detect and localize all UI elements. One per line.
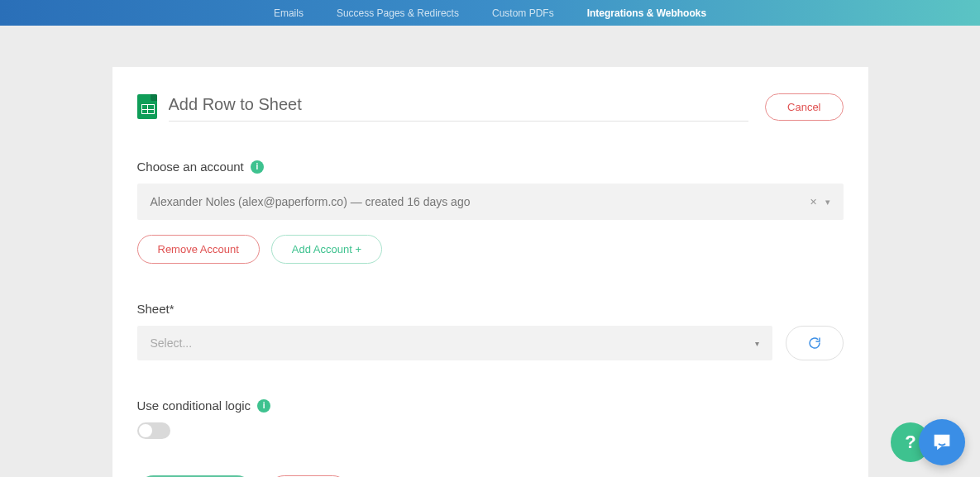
integration-title-input[interactable]: [169, 92, 749, 122]
refresh-sheet-button[interactable]: [786, 326, 844, 360]
sheet-section-label: Sheet*: [137, 302, 844, 316]
sheet-placeholder: Select...: [151, 336, 193, 350]
card-header: Cancel: [137, 92, 844, 122]
nav-tab-custom-pdfs[interactable]: Custom PDFs: [492, 7, 554, 19]
floating-action-buttons: ?: [891, 419, 965, 465]
info-icon[interactable]: i: [251, 160, 264, 174]
sheet-label-text: Sheet*: [137, 302, 174, 316]
dropdown-caret-icon[interactable]: ▾: [825, 197, 830, 207]
sheet-row: Select... ▾: [137, 326, 844, 360]
logic-section-label: Use conditional logic i: [137, 398, 844, 413]
account-label-text: Choose an account: [137, 160, 244, 174]
refresh-icon: [808, 336, 821, 350]
account-buttons: Remove Account Add Account +: [137, 235, 844, 264]
chat-icon: [930, 431, 954, 454]
page-background: Cancel Choose an account i Alexander Nol…: [0, 26, 980, 477]
integration-setup-card: Cancel Choose an account i Alexander Nol…: [112, 67, 868, 477]
nav-tab-integrations[interactable]: Integrations & Webhooks: [587, 7, 706, 19]
cancel-button-top[interactable]: Cancel: [765, 93, 843, 121]
add-account-button[interactable]: Add Account +: [271, 235, 382, 264]
chat-fab[interactable]: [919, 419, 965, 465]
google-sheets-icon: [137, 94, 157, 119]
logic-label-text: Use conditional logic: [137, 398, 251, 413]
conditional-logic-toggle[interactable]: [137, 422, 170, 439]
account-section-label: Choose an account i: [137, 160, 844, 174]
question-mark-icon: ?: [905, 432, 915, 453]
top-nav: Emails Success Pages & Redirects Custom …: [0, 0, 980, 26]
nav-tab-emails[interactable]: Emails: [274, 7, 304, 19]
account-selected-value: Alexander Noles (alex@paperform.co) — cr…: [151, 195, 471, 208]
clear-account-icon[interactable]: ✕: [810, 197, 817, 207]
account-select[interactable]: Alexander Noles (alex@paperform.co) — cr…: [137, 184, 844, 220]
remove-account-button[interactable]: Remove Account: [137, 235, 260, 264]
sheet-select[interactable]: Select... ▾: [137, 326, 772, 360]
info-icon[interactable]: i: [257, 399, 270, 413]
nav-tab-success-pages[interactable]: Success Pages & Redirects: [337, 7, 459, 19]
chevron-down-icon: ▾: [755, 339, 759, 348]
